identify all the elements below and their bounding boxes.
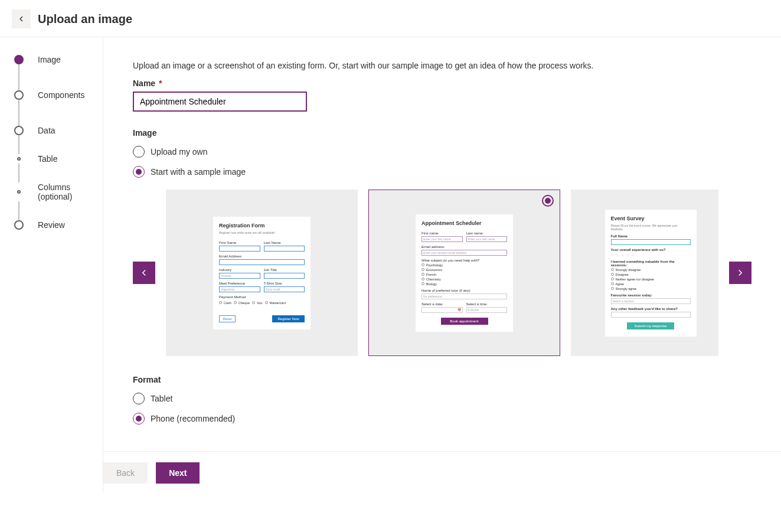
preview-button: Book appointment (441, 318, 488, 325)
step-table[interactable]: Table (14, 154, 89, 164)
preview-value: Vegetarian (219, 286, 260, 292)
step-dot-icon (14, 55, 24, 64)
preview-label: Any other feedback you'd like to share? (611, 307, 691, 311)
step-review[interactable]: Review (14, 220, 89, 230)
radio-sample-image[interactable]: Start with a sample image (133, 166, 751, 178)
arrow-left-icon (17, 14, 26, 24)
intro-text: Upload an image or a screenshot of an ex… (133, 61, 751, 70)
required-indicator: * (159, 79, 162, 88)
step-columns[interactable]: Columns (optional) (14, 182, 89, 201)
preview-placeholder: Enter your student email address (421, 250, 507, 256)
sample-preview: Appointment Scheduler First name:Enter y… (416, 214, 513, 332)
radio-upload-own[interactable]: Upload my own (133, 146, 751, 158)
carousel-next-button[interactable] (729, 262, 751, 284)
step-components[interactable]: Components (14, 90, 89, 100)
step-connector (18, 135, 19, 154)
preview-value: Finance (219, 273, 260, 279)
preview-option: Biology (426, 282, 437, 286)
carousel-prev-button[interactable] (133, 262, 155, 284)
step-dot-icon (14, 90, 24, 100)
step-dot-icon (17, 157, 21, 161)
preview-label: Industry (219, 268, 260, 272)
preview-option: Cheque (238, 301, 250, 305)
preview-label: Meal Preference (219, 282, 260, 285)
radio-icon (133, 413, 145, 425)
step-connector (18, 100, 19, 126)
chevron-left-icon (139, 267, 149, 278)
next-button[interactable]: Next (156, 462, 200, 484)
step-connector (18, 64, 19, 90)
preview-label: First name: (421, 231, 463, 235)
preview-subtitle: Please fill out the event survey. We app… (611, 224, 691, 231)
step-connector (18, 164, 19, 182)
preview-title: Appointment Scheduler (421, 220, 507, 226)
preview-option: Cash (224, 301, 231, 305)
sample-preview: Event Survey Please fill out the event s… (605, 210, 697, 337)
step-label: Components (38, 90, 84, 100)
preview-placeholder: Enter your last name (466, 236, 508, 242)
preview-button: Register Now (272, 315, 305, 322)
preview-placeholder: No preference (421, 293, 507, 299)
step-data[interactable]: Data (14, 126, 89, 135)
sample-card-appointment[interactable]: Appointment Scheduler First name:Enter y… (368, 190, 560, 356)
preview-option: Agree (616, 282, 625, 286)
back-icon-button[interactable] (12, 9, 31, 28)
format-section-heading: Format (133, 375, 751, 384)
preview-value: Extra small (264, 286, 305, 292)
step-label: Data (38, 126, 55, 135)
preview-button: Submit my response (627, 322, 674, 329)
preview-option: Psychology (426, 263, 443, 267)
preview-option: Disagree (616, 273, 629, 276)
preview-button: Reset (219, 315, 236, 322)
step-label: Image (38, 55, 61, 64)
radio-format-tablet[interactable]: Tablet (133, 393, 751, 404)
star-rating-icon: ☆ ☆ ☆ ☆ ☆ (611, 253, 691, 257)
sample-card-registration[interactable]: Registration Form Register now while sea… (166, 190, 358, 356)
wizard-sidebar: Image Components Data Table Columns (opt… (0, 37, 103, 492)
preview-label: Your overall experience with us? (611, 248, 691, 252)
back-button[interactable]: Back (103, 462, 148, 484)
preview-option: Strongly disagree (616, 268, 641, 272)
step-dot-icon (14, 220, 24, 230)
preview-label: Last name: (466, 231, 508, 235)
preview-label: Email Address (219, 254, 305, 258)
radio-label: Tablet (151, 394, 172, 403)
main-content: Upload an image or a screenshot of an ex… (103, 37, 781, 492)
preview-label: Favourite session today: (611, 293, 691, 297)
name-input[interactable] (133, 92, 307, 112)
preview-label: Last Name (264, 241, 305, 244)
preview-title: Event Survey (611, 216, 691, 221)
selected-indicator-icon (542, 195, 554, 207)
page-header: Upload an image (0, 0, 781, 37)
preview-label: Select a date: (421, 302, 463, 306)
preview-label: Select a time: (466, 302, 508, 306)
step-dot-icon (14, 126, 24, 135)
radio-icon (133, 146, 145, 158)
preview-option: Neither agree nor disagree (616, 278, 654, 281)
step-image[interactable]: Image (14, 55, 89, 64)
preview-label: First Name (219, 241, 260, 244)
radio-icon (133, 166, 145, 178)
preview-title: Registration Form (219, 223, 305, 229)
preview-label: What subject do you need help with? (421, 259, 507, 262)
preview-option: French (426, 273, 436, 276)
preview-label: Job Title (264, 268, 305, 272)
radio-format-phone[interactable]: Phone (recommended) (133, 413, 751, 425)
step-dot-icon (17, 190, 21, 194)
preview-label: T-Shirt Size (264, 282, 305, 285)
sample-preview: Registration Form Register now while sea… (213, 217, 311, 329)
footer-divider (103, 451, 781, 452)
sample-card-survey[interactable]: Event Survey Please fill out the event s… (571, 190, 718, 356)
preview-label: Payment Method (219, 295, 305, 299)
name-label-text: Name (133, 79, 155, 88)
step-label: Table (38, 154, 57, 164)
step-label: Columns (optional) (38, 182, 89, 201)
preview-placeholder: Select a session (611, 298, 691, 304)
step-connector (18, 201, 19, 220)
preview-label: Name of preferred tutor (if any): (421, 289, 507, 292)
preview-label: Email address: (421, 245, 507, 249)
chevron-right-icon (735, 267, 746, 278)
preview-option: Strongly agree (616, 287, 637, 291)
preview-label: I learned something valuable from the se… (611, 260, 691, 267)
radio-label: Upload my own (151, 147, 208, 156)
